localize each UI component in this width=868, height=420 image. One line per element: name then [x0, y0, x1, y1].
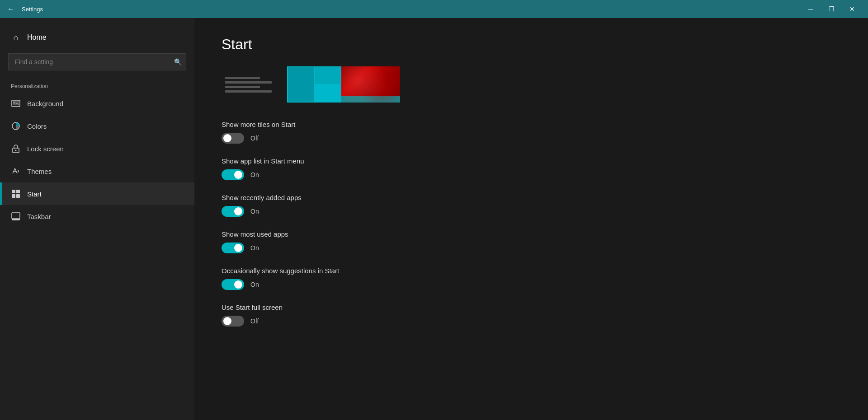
toggle-state-more-tiles: Off	[250, 135, 259, 142]
toggle-row-recently-added: On	[222, 206, 841, 217]
setting-label-more-tiles: Show more tiles on Start	[222, 121, 841, 128]
toggle-thumb-more-tiles	[223, 134, 231, 142]
toggle-row-most-used: On	[222, 243, 841, 253]
toggle-suggestions[interactable]	[222, 279, 244, 290]
toggle-state-most-used: On	[250, 244, 259, 252]
svg-rect-11	[12, 219, 20, 220]
toggle-state-suggestions: On	[250, 281, 259, 288]
toggle-thumb-most-used	[234, 244, 242, 252]
svg-point-5	[15, 150, 17, 151]
search-icon: 🔍	[174, 58, 182, 65]
setting-row-recently-added: Show recently added appsOn	[222, 194, 841, 217]
sidebar-item-lock-screen[interactable]: Lock screen	[0, 137, 194, 160]
main-layout: ⌂ Home 🔍 Personalization Background	[0, 18, 868, 420]
preview-photo	[341, 66, 400, 103]
close-button[interactable]: ✕	[842, 0, 863, 18]
toggle-row-full-screen: Off	[222, 316, 841, 327]
sidebar: ⌂ Home 🔍 Personalization Background	[0, 18, 194, 420]
sidebar-item-taskbar[interactable]: Taskbar	[0, 205, 194, 228]
toggle-state-full-screen: Off	[250, 317, 259, 325]
preview-tile-2	[315, 67, 340, 84]
toggle-row-more-tiles: Off	[222, 133, 841, 144]
toggle-state-recently-added: On	[250, 208, 259, 215]
titlebar: ← Settings ─ ❐ ✕	[0, 0, 868, 18]
restore-button[interactable]: ❐	[821, 0, 842, 18]
window-controls: ─ ❐ ✕	[800, 0, 863, 18]
background-icon	[11, 98, 21, 108]
sidebar-item-start[interactable]: Start	[0, 182, 194, 205]
preview-line-4	[225, 90, 272, 93]
start-preview	[222, 66, 400, 103]
search-box: 🔍	[8, 53, 186, 70]
setting-row-suggestions: Occasionally show suggestions in StartOn	[222, 267, 841, 290]
svg-rect-10	[12, 213, 20, 219]
setting-row-full-screen: Use Start full screenOff	[222, 303, 841, 327]
preview-tiles	[287, 66, 341, 103]
page-title: Start	[222, 36, 841, 53]
toggle-state-app-list: On	[250, 171, 259, 178]
toggle-most-used[interactable]	[222, 243, 244, 253]
preview-bottom-bar	[341, 96, 400, 103]
back-button[interactable]: ←	[5, 4, 16, 14]
preview-tile-3	[315, 85, 340, 102]
setting-label-suggestions: Occasionally show suggestions in Start	[222, 267, 841, 275]
preview-left	[222, 66, 287, 103]
minimize-button[interactable]: ─	[800, 0, 821, 18]
setting-row-more-tiles: Show more tiles on StartOff	[222, 121, 841, 144]
content-area: Start Show more tiles on StartOffShow ap…	[194, 18, 868, 420]
home-icon: ⌂	[11, 33, 21, 42]
colors-icon	[11, 121, 21, 131]
toggle-more-tiles[interactable]	[222, 133, 244, 144]
svg-rect-8	[12, 194, 15, 198]
setting-label-recently-added: Show recently added apps	[222, 194, 841, 201]
setting-row-most-used: Show most used appsOn	[222, 230, 841, 253]
preview-line-2	[225, 81, 272, 84]
toggle-recently-added[interactable]	[222, 206, 244, 217]
lock-screen-icon	[11, 144, 21, 154]
toggle-thumb-app-list	[234, 171, 242, 179]
sidebar-item-themes[interactable]: Themes	[0, 160, 194, 182]
setting-label-app-list: Show app list in Start menu	[222, 157, 841, 165]
svg-rect-7	[16, 190, 20, 193]
toggle-full-screen[interactable]	[222, 316, 244, 327]
setting-row-app-list: Show app list in Start menuOn	[222, 157, 841, 180]
toggle-row-app-list: On	[222, 169, 841, 180]
search-input[interactable]	[8, 53, 186, 70]
start-icon	[11, 189, 21, 199]
preview-line-1	[225, 77, 260, 79]
sidebar-item-colors[interactable]: Colors	[0, 115, 194, 137]
svg-rect-9	[16, 194, 20, 198]
setting-label-full-screen: Use Start full screen	[222, 303, 841, 311]
preview-line-3	[225, 86, 260, 88]
taskbar-icon	[11, 211, 21, 221]
preview-tile-1	[288, 67, 314, 102]
settings-container: Show more tiles on StartOffShow app list…	[222, 121, 841, 327]
svg-rect-6	[12, 190, 15, 193]
sidebar-item-background[interactable]: Background	[0, 92, 194, 115]
window-title: Settings	[22, 6, 795, 13]
sidebar-section-label: Personalization	[0, 79, 194, 92]
toggle-thumb-recently-added	[234, 207, 242, 215]
setting-label-most-used: Show most used apps	[222, 230, 841, 238]
toggle-thumb-full-screen	[223, 317, 231, 325]
toggle-thumb-suggestions	[234, 280, 242, 289]
toggle-app-list[interactable]	[222, 169, 244, 180]
sidebar-item-home[interactable]: ⌂ Home	[0, 27, 194, 48]
toggle-row-suggestions: On	[222, 279, 841, 290]
themes-icon	[11, 166, 21, 176]
